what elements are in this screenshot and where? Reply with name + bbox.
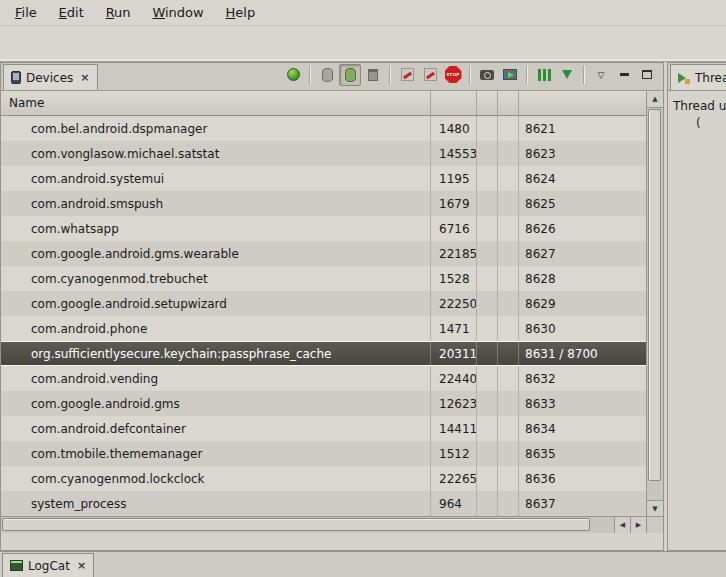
table-row[interactable]: com.android.defcontainer 14411 8634	[1, 416, 646, 441]
menu-help[interactable]: Help	[217, 0, 265, 24]
row-blank-cell-1	[477, 391, 498, 416]
threads-tabbar: Threads ×	[668, 63, 726, 91]
row-port-cell: 8637	[519, 491, 646, 516]
table-row[interactable]: com.cyanogenmod.trebuchet 1528 8628	[1, 266, 646, 291]
menu-edit[interactable]: Edit	[50, 0, 93, 24]
debug-button[interactable]	[282, 64, 304, 86]
column-header-blank-1[interactable]	[477, 91, 498, 115]
dump-hprof-button[interactable]	[339, 64, 361, 86]
stop-process-button[interactable]: STOP	[442, 64, 464, 86]
devices-view: Devices × STOP ▽	[0, 62, 664, 551]
row-pid-cell: 22185	[431, 241, 477, 266]
table-row[interactable]: com.bel.android.dspmanager 1480 8621	[1, 116, 646, 141]
scroll-right-button[interactable]: ▶	[630, 517, 646, 533]
row-pid-cell: 1471	[431, 316, 477, 341]
devices-tab-label: Devices	[26, 71, 73, 85]
row-name-cell: com.whatsapp	[1, 216, 431, 241]
thread-bars-button[interactable]	[533, 64, 555, 86]
row-blank-cell-1	[477, 366, 498, 391]
dump-hprof-icon	[345, 68, 356, 82]
row-name-cell: com.android.phone	[1, 316, 431, 341]
table-row[interactable]: org.sufficientlysecure.keychain:passphra…	[1, 341, 646, 366]
toolbar-separator	[309, 66, 311, 84]
method-profiling-button[interactable]	[419, 64, 441, 86]
row-name-cell: com.google.android.setupwizard	[1, 291, 431, 316]
devices-toolbar: STOP ▽	[282, 62, 663, 90]
table-row[interactable]: com.google.android.gms.wearable 22185 86…	[1, 241, 646, 266]
scroll-up-icon: ▲	[652, 95, 657, 103]
column-header-name[interactable]: Name	[1, 91, 431, 115]
table-row[interactable]: com.vonglasow.michael.satstat 14553 8623	[1, 141, 646, 166]
view-menu-button[interactable]: ▽	[590, 64, 612, 86]
table-row[interactable]: com.android.vending 22440 8632	[1, 366, 646, 391]
row-blank-cell-2	[498, 116, 519, 141]
vertical-scrollbar[interactable]: ▲ ▼	[646, 91, 663, 533]
row-blank-cell-1	[477, 342, 498, 365]
tab-threads[interactable]: Threads ×	[670, 64, 726, 90]
vertical-scrollbar-track[interactable]	[647, 108, 663, 500]
column-header-port[interactable]	[519, 91, 646, 115]
screen-capture-button[interactable]	[476, 64, 498, 86]
scroll-left-button[interactable]: ◀	[614, 517, 630, 533]
scroll-down-button[interactable]: ▼	[647, 500, 663, 516]
logcat-bar: LogCat ×	[0, 551, 726, 577]
threads-message-line2: (	[696, 116, 701, 130]
row-pid-cell: 6716	[431, 216, 477, 241]
horizontal-scrollbar-thumb[interactable]	[2, 518, 590, 531]
screen-record-button[interactable]	[499, 64, 521, 86]
column-header-pid[interactable]	[431, 91, 477, 115]
row-blank-cell-1	[477, 316, 498, 341]
update-heap-button[interactable]	[316, 64, 338, 86]
scroll-up-button[interactable]: ▲	[647, 91, 663, 108]
table-row[interactable]: com.google.android.setupwizard 22250 862…	[1, 291, 646, 316]
row-blank-cell-1	[477, 241, 498, 266]
table-row[interactable]: com.google.android.gms 12623 8633	[1, 391, 646, 416]
row-blank-cell-2	[498, 316, 519, 341]
horizontal-scrollbar-track[interactable]	[1, 517, 614, 533]
horizontal-scrollbar[interactable]: ◀ ▶	[1, 516, 646, 533]
minimize-button[interactable]	[613, 64, 635, 86]
row-blank-cell-2	[498, 166, 519, 191]
logcat-tab-close-icon[interactable]: ×	[75, 559, 86, 572]
update-threads-button[interactable]	[396, 64, 418, 86]
main-toolbar-strip	[0, 26, 726, 62]
row-blank-cell-2	[498, 216, 519, 241]
logcat-tab-icon	[10, 560, 23, 571]
row-pid-cell: 12623	[431, 391, 477, 416]
tab-logcat[interactable]: LogCat ×	[2, 553, 94, 577]
vertical-scrollbar-thumb[interactable]	[648, 109, 661, 481]
table-row[interactable]: com.android.smspush 1679 8625	[1, 191, 646, 216]
cause-gc-icon	[368, 69, 378, 81]
stop-process-icon: STOP	[445, 66, 462, 83]
row-port-cell: 8624	[519, 166, 646, 191]
row-pid-cell: 14411	[431, 416, 477, 441]
table-row[interactable]: com.tmobile.thememanager 1512 8635	[1, 441, 646, 466]
row-pid-cell: 22440	[431, 366, 477, 391]
devices-tab-close-icon[interactable]: ×	[78, 71, 89, 84]
view-menu-icon: ▽	[598, 70, 605, 80]
cause-gc-button[interactable]	[362, 64, 384, 86]
row-pid-cell: 1679	[431, 191, 477, 216]
screen-record-icon	[503, 69, 517, 80]
menu-file[interactable]: File	[6, 0, 46, 24]
table-row[interactable]: com.android.phone 1471 8630	[1, 316, 646, 341]
green-arrow-button[interactable]	[556, 64, 578, 86]
row-blank-cell-2	[498, 141, 519, 166]
column-header-blank-2[interactable]	[498, 91, 519, 115]
maximize-button[interactable]	[636, 64, 658, 86]
tab-devices[interactable]: Devices ×	[3, 64, 98, 90]
table-row[interactable]: com.android.systemui 1195 8624	[1, 166, 646, 191]
row-blank-cell-2	[498, 491, 519, 516]
table-row[interactable]: com.cyanogenmod.lockclock 22265 8636	[1, 466, 646, 491]
table-row[interactable]: system_process 964 8637	[1, 491, 646, 516]
row-name-cell: com.tmobile.thememanager	[1, 441, 431, 466]
row-blank-cell-1	[477, 466, 498, 491]
menu-window[interactable]: Window	[143, 0, 212, 24]
table-row[interactable]: com.whatsapp 6716 8626	[1, 216, 646, 241]
row-pid-cell: 22265	[431, 466, 477, 491]
row-name-cell: com.android.vending	[1, 366, 431, 391]
menu-run[interactable]: Run	[97, 0, 140, 24]
row-pid-cell: 22250	[431, 291, 477, 316]
row-blank-cell-2	[498, 291, 519, 316]
toolbar-separator	[469, 66, 471, 84]
